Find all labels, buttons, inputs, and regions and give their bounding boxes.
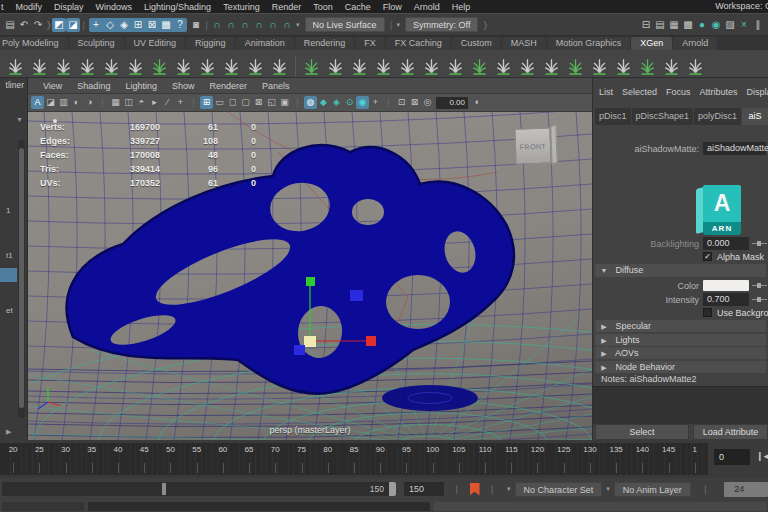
attribute-editor-tab[interactable]: pDiscShape1 bbox=[632, 108, 694, 125]
backlighting-slider[interactable] bbox=[752, 243, 767, 244]
shelf-tab[interactable]: MASH bbox=[502, 37, 546, 50]
current-frame-field[interactable]: 0 bbox=[714, 449, 750, 465]
xgen-groom-brush-icon[interactable] bbox=[323, 51, 347, 76]
undo-icon[interactable]: ↶ bbox=[17, 18, 31, 32]
manip-y-handle[interactable] bbox=[306, 277, 315, 286]
workspace-label[interactable]: Workspace: G bbox=[715, 1, 768, 11]
stop-render-icon[interactable]: × bbox=[737, 18, 751, 32]
timeline-ruler[interactable]: 20 25 30 35 40 45 50 55 bbox=[0, 443, 708, 475]
anim-layer-dropdown[interactable]: No Anim Layer bbox=[614, 482, 691, 497]
snap-to-point-icon[interactable]: ∩ bbox=[238, 18, 252, 32]
xgen-grab-icon[interactable] bbox=[539, 51, 563, 76]
xgen-guide-tool-icon[interactable] bbox=[99, 51, 123, 76]
shadows-icon[interactable]: ◈ bbox=[330, 96, 343, 109]
chevron-down-icon[interactable]: ▾ bbox=[606, 485, 610, 493]
menu-item[interactable]: Arnold bbox=[408, 2, 446, 12]
perspective-viewport[interactable]: ViewShadingLightingShowRendererPanels A◪… bbox=[28, 78, 592, 440]
xgen-preview-icon[interactable] bbox=[683, 51, 707, 76]
shelf-tab[interactable]: UV Editing bbox=[125, 37, 186, 50]
view-cube[interactable]: FRONT bbox=[514, 125, 557, 166]
xgen-attract-icon[interactable] bbox=[611, 51, 635, 76]
view-cube-front-face[interactable]: FRONT bbox=[514, 127, 551, 164]
timeline-frame-cell[interactable]: 145 bbox=[655, 443, 681, 475]
timeline-frame-cell[interactable]: 20 bbox=[0, 443, 26, 475]
intensity-field[interactable]: 0.700 bbox=[703, 293, 749, 306]
viewport-menu-item[interactable]: Renderer bbox=[209, 81, 247, 91]
ipr-render-icon[interactable]: ▤ bbox=[653, 18, 667, 32]
load-attributes-button[interactable]: Load Attribute bbox=[693, 424, 768, 440]
pencil-icon[interactable]: ∕ bbox=[161, 96, 174, 109]
outliner-item[interactable]: 1 bbox=[6, 206, 10, 215]
shelf-tab[interactable]: Rigging bbox=[186, 37, 235, 50]
intensity-slider[interactable] bbox=[752, 299, 767, 300]
redo-icon[interactable]: ↷ bbox=[31, 18, 45, 32]
motion-blur-icon[interactable]: ◉ bbox=[356, 96, 369, 109]
menu-item-cut[interactable]: t bbox=[1, 2, 4, 12]
live-surface-dropdown[interactable]: No Live Surface bbox=[305, 17, 385, 32]
crosshair-icon[interactable]: + bbox=[174, 96, 187, 109]
rotate-tool-icon[interactable]: ◇ bbox=[103, 18, 117, 32]
xgen-interactive-groom-icon[interactable] bbox=[299, 51, 323, 76]
xgen-density-icon[interactable] bbox=[123, 51, 147, 76]
viewport-menu-item[interactable]: Shading bbox=[77, 81, 110, 91]
timeline-frame-cell[interactable]: 1 bbox=[682, 443, 708, 475]
xgen-length-icon[interactable] bbox=[371, 51, 395, 76]
separator[interactable]: ❘ bbox=[187, 96, 200, 109]
separator[interactable]: ❘ bbox=[96, 96, 109, 109]
timeline-frame-cell[interactable]: 100 bbox=[420, 443, 446, 475]
range-handle[interactable] bbox=[162, 483, 166, 495]
timeline-frame-cell[interactable]: 130 bbox=[577, 443, 603, 475]
range-end-cap[interactable] bbox=[389, 482, 396, 496]
spiral-disc[interactable] bbox=[382, 385, 478, 411]
ipr-update-icon[interactable]: ◉ bbox=[709, 18, 723, 32]
range-slider[interactable]: 150 bbox=[2, 482, 396, 496]
timeline-frame-cell[interactable]: 105 bbox=[446, 443, 472, 475]
timeline-frame-cell[interactable]: 135 bbox=[603, 443, 629, 475]
outliner-selected-item[interactable] bbox=[0, 268, 17, 282]
attribute-editor-tab[interactable]: polyDisc1 bbox=[694, 108, 741, 125]
lattice-tool-icon[interactable]: ⊞ bbox=[131, 18, 145, 32]
node-name-field[interactable]: aiShadowMatte2 bbox=[703, 142, 766, 155]
manip-center-handle[interactable] bbox=[304, 336, 316, 347]
expand-icon[interactable]: ❭ bbox=[45, 18, 52, 32]
timeline-frame-cell[interactable]: 85 bbox=[341, 443, 367, 475]
menu-item[interactable]: Lighting/Shading bbox=[138, 2, 217, 12]
timeline-frame-cell[interactable]: 50 bbox=[157, 443, 183, 475]
lock-icon[interactable]: ◙ bbox=[189, 18, 203, 32]
isolate-select-icon[interactable]: ◍ bbox=[304, 96, 317, 109]
select-hierarchy-icon[interactable]: ◩ bbox=[52, 18, 66, 32]
move-tool-icon[interactable]: + bbox=[89, 18, 103, 32]
viewport-menu-item[interactable]: Lighting bbox=[125, 81, 157, 91]
xgen-modifier-icon[interactable] bbox=[635, 51, 659, 76]
chevron-down-icon[interactable]: ▾ bbox=[296, 21, 300, 29]
exposure-field[interactable]: 0.00 bbox=[436, 97, 468, 109]
xgen-add-collection-icon[interactable] bbox=[27, 51, 51, 76]
step-back-button[interactable]: ❙◀ bbox=[756, 451, 768, 461]
bookmark-icon[interactable]: ◐ bbox=[70, 96, 83, 109]
xgen-create-description-icon[interactable] bbox=[3, 51, 27, 76]
animation-end-field[interactable]: 150 bbox=[404, 482, 444, 496]
outliner-scrollbar[interactable] bbox=[18, 140, 25, 418]
viewport-menu-item[interactable]: View bbox=[43, 81, 62, 91]
command-mode-toggle[interactable] bbox=[2, 502, 84, 511]
shelf-tab[interactable]: Arnold bbox=[673, 37, 717, 50]
lock-camera-icon[interactable]: ◪ bbox=[44, 96, 57, 109]
timeline-frame-cell[interactable]: 140 bbox=[629, 443, 655, 475]
render-settings-icon[interactable]: ▩ bbox=[681, 18, 695, 32]
menu-item[interactable]: Toon bbox=[307, 2, 339, 12]
image-plane-icon[interactable]: ◑ bbox=[83, 96, 96, 109]
attribute-editor-menu-item[interactable]: Display bbox=[747, 87, 768, 97]
attribute-editor-menu-item[interactable]: Selected bbox=[622, 87, 657, 97]
select-button[interactable]: Select bbox=[595, 424, 689, 440]
make-live-icon[interactable]: ∩ bbox=[280, 18, 294, 32]
menu-item[interactable]: Display bbox=[48, 2, 90, 12]
xgen-clump-icon[interactable] bbox=[443, 51, 467, 76]
expand-icon[interactable]: ❭ bbox=[481, 18, 488, 32]
camera-attributes-icon[interactable]: ▥ bbox=[57, 96, 70, 109]
xgen-clear-preview-icon[interactable] bbox=[75, 51, 99, 76]
grid-icon[interactable]: ⊞ bbox=[200, 96, 213, 109]
render-sequence-icon[interactable]: ▦ bbox=[667, 18, 681, 32]
snap-to-grid-icon[interactable]: ∩ bbox=[210, 18, 224, 32]
timeline-frame-cell[interactable]: 115 bbox=[498, 443, 524, 475]
timeline-frame-cell[interactable]: 35 bbox=[79, 443, 105, 475]
